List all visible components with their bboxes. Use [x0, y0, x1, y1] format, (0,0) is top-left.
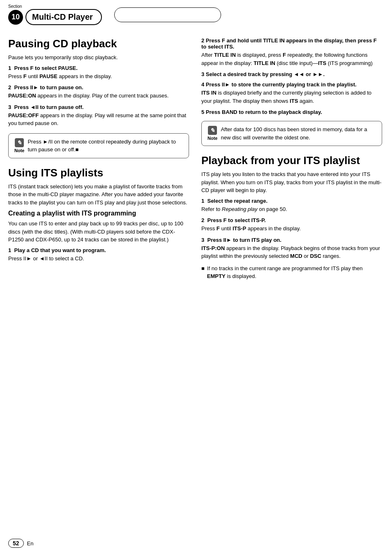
content-area: Pausing CD playback Pause lets you tempo… — [0, 25, 392, 290]
pb-step-3-heading: 3 Press II► to turn ITS play on. — [201, 237, 382, 243]
its-step-1-heading: 1 Play a CD that you want to program. — [8, 247, 189, 253]
note-box-1: ✎ Note Press ►/II on the remote control … — [8, 133, 189, 158]
note-icon-graphic-1: ✎ — [15, 138, 24, 147]
playback-heading: Playback from your ITS playlist — [201, 154, 382, 167]
page-number: 52 — [8, 539, 24, 548]
note-box-2: ✎ Note After data for 100 discs has been… — [201, 121, 382, 146]
pause-step-3-heading: 3 Press ◄II to turn pause off. — [8, 104, 189, 110]
its-step-1-num: 1 — [8, 247, 14, 253]
pb-step-1-title: Select the repeat range. — [207, 198, 267, 204]
pb-step-1-body: Refer to Repeating play on page 50. — [201, 205, 382, 213]
its-step-5: 5 Press BAND to return to the playback d… — [201, 109, 382, 115]
pausing-cd-intro: Pause lets you temporarily stop disc pla… — [8, 53, 189, 62]
note-text-1: Press ►/II on the remote control repeate… — [28, 138, 183, 154]
pb-step-2-num: 2 — [201, 217, 207, 223]
note-text-2: After data for 100 discs has been stored… — [221, 125, 376, 141]
pb-step-3-title: Press II► to turn ITS play on. — [207, 237, 281, 243]
creating-playlist-heading: Creating a playlist with ITS programming — [8, 210, 189, 217]
note-label-2: Note — [208, 136, 217, 141]
pb-step-3: 3 Press II► to turn ITS play on. ITS-P:O… — [201, 237, 382, 260]
using-its-heading: Using ITS playlists — [8, 167, 189, 179]
pause-step-3-title: Press ◄II to turn pause off. — [14, 104, 83, 110]
pb-step-3-body: ITS-P:ON appears in the display. Playbac… — [201, 244, 382, 260]
its-step-3-heading-text: 3 Select a desired track by pressing ◄◄ … — [201, 71, 325, 77]
pb-step-2-body: Press F until ITS-P appears in the displ… — [201, 225, 382, 233]
right-column: 2 Press F and hold until TITLE IN appear… — [201, 37, 382, 282]
its-step-5-heading-text: 5 Press BAND to return to the playback d… — [201, 109, 322, 115]
its-step-3-heading: 3 Select a desired track by pressing ◄◄ … — [201, 71, 382, 77]
its-step-2-heading: 2 Press F and hold until TITLE IN appear… — [201, 37, 382, 50]
pause-step-1-num: 1 — [8, 65, 14, 71]
its-step-2-body: After TITLE IN is displayed, press F rep… — [201, 51, 382, 67]
its-step-4-heading-text: 4 Press II► to store the currently playi… — [201, 81, 357, 88]
section-label: Section — [8, 4, 102, 9]
creating-playlist-intro: You can use ITS to enter and play back u… — [8, 220, 189, 244]
pause-step-2-title: Press II► to turn pause on. — [14, 84, 83, 90]
section-badge: Section 10 Multi-CD Player — [8, 4, 102, 25]
its-step-5-heading: 5 Press BAND to return to the playback d… — [201, 109, 382, 115]
its-step-1-title: Play a CD that you want to program. — [14, 247, 106, 253]
pb-step-2-title: Press F to select ITS-P. — [207, 217, 265, 223]
section-title-text: Multi-CD Player — [32, 12, 93, 22]
footer-language: En — [27, 540, 34, 547]
note-content-2: After data for 100 discs has been stored… — [221, 125, 376, 141]
section-title-box: 10 Multi-CD Player — [8, 9, 102, 25]
pb-step-1-heading: 1 Select the repeat range. — [201, 198, 382, 204]
header-right-decoration — [114, 7, 221, 22]
its-step-4-heading: 4 Press II► to store the currently playi… — [201, 81, 382, 88]
note-label-1: Note — [14, 148, 24, 153]
pb-step-2: 2 Press F to select ITS-P. Press F until… — [201, 217, 382, 233]
its-step-1: 1 Play a CD that you want to program. Pr… — [8, 247, 189, 263]
bullet-item-1: ■ If no tracks in the current range are … — [201, 264, 382, 280]
its-step-2: 2 Press F and hold until TITLE IN appear… — [201, 37, 382, 67]
pause-step-1-title: Press F to select PAUSE. — [14, 65, 77, 71]
pb-step-1-num: 1 — [201, 198, 207, 204]
bullet-text-1: If no tracks in the current range are pr… — [207, 264, 382, 280]
pb-step-1: 1 Select the repeat range. Refer to Repe… — [201, 198, 382, 213]
pause-step-1-heading: 1 Press F to select PAUSE. — [8, 65, 189, 71]
bullet-char-1: ■ — [201, 264, 205, 280]
its-step-4: 4 Press II► to store the currently playi… — [201, 81, 382, 105]
left-column: Pausing CD playback Pause lets you tempo… — [8, 37, 189, 282]
section-number: 10 — [8, 10, 23, 25]
pause-step-2-num: 2 — [8, 84, 14, 90]
note-icon-1: ✎ Note — [14, 138, 24, 153]
its-step-1-body: Press II► or ◄II to select a CD. — [8, 255, 189, 263]
pause-step-3-num: 3 — [8, 104, 14, 110]
pausing-cd-heading: Pausing CD playback — [8, 37, 189, 50]
pause-step-2-heading: 2 Press II► to turn pause on. — [8, 84, 189, 90]
pause-step-1-body: Press F until PAUSE appears in the displ… — [8, 72, 189, 81]
note-icon-graphic-2: ✎ — [208, 126, 217, 135]
playback-intro: ITS play lets you listen to the tracks t… — [201, 170, 382, 195]
pause-step-2: 2 Press II► to turn pause on. PAUSE:ON a… — [8, 84, 189, 100]
its-step-2-heading-text: 2 Press F and hold until TITLE IN appear… — [201, 37, 377, 50]
pause-step-3-body: PAUSE:OFF appears in the display. Play w… — [8, 111, 189, 127]
note-icon-2: ✎ Note — [208, 126, 217, 141]
its-step-4-body: ITS IN is displayed briefly and the curr… — [201, 89, 382, 105]
pause-step-1: 1 Press F to select PAUSE. Press F until… — [8, 65, 189, 81]
section-title-pill: Multi-CD Player — [25, 9, 102, 25]
pb-step-2-heading: 2 Press F to select ITS-P. — [201, 217, 382, 223]
using-its-intro: ITS (instant track selection) lets you m… — [8, 183, 189, 207]
pb-step-3-num: 3 — [201, 237, 207, 243]
pause-step-2-body: PAUSE:ON appears in the display. Play of… — [8, 92, 189, 100]
page: Section 10 Multi-CD Player Pausing CD pl… — [0, 0, 392, 556]
header: Section 10 Multi-CD Player — [0, 0, 392, 25]
its-step-3: 3 Select a desired track by pressing ◄◄ … — [201, 71, 382, 77]
note-content-1: Press ►/II on the remote control repeate… — [28, 138, 183, 154]
pause-step-3: 3 Press ◄II to turn pause off. PAUSE:OFF… — [8, 104, 189, 127]
footer: 52 En — [8, 539, 33, 548]
